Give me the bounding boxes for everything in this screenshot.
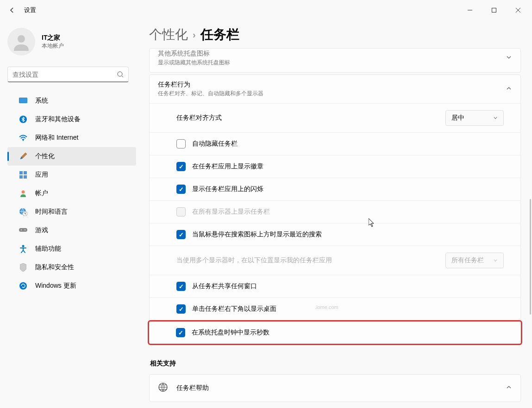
autohide-row[interactable]: 自动隐藏任务栏 [150,132,520,155]
minimize-button[interactable] [460,3,480,17]
tray-card-title: 其他系统托盘图标 [158,49,506,58]
multi-display-value: 所有任务栏 [451,256,484,265]
back-arrow-icon [8,6,16,14]
profile-name: IT之家 [42,34,64,42]
show-seconds-checkbox[interactable] [176,328,185,337]
show-desktop-checkbox[interactable] [176,304,186,314]
svg-point-19 [21,229,22,230]
person-icon [19,189,28,198]
taskbar-help-card[interactable]: 任务栏帮助 [149,374,521,402]
chevron-down-icon [506,54,512,62]
profile-block[interactable]: IT之家 本地帐户 [0,24,136,63]
svg-line-6 [122,76,123,77]
behaviors-header[interactable]: 任务栏行为 任务栏对齐、标记、自动隐藏和多个显示器 [150,75,520,103]
nav-apps[interactable]: 应用 [7,166,136,184]
multi-display-label: 当使用多个显示器时，在以下位置显示我的任务栏应用 [176,256,445,265]
badges-row[interactable]: 在任务栏应用上显示徽章 [150,155,520,178]
flashing-label: 显示任务栏应用上的闪烁 [192,185,512,193]
breadcrumb-parent[interactable]: 个性化 [149,26,188,43]
close-button[interactable] [508,3,528,17]
apps-icon [19,170,28,179]
alignment-row: 任务栏对齐方式 居中 [150,103,520,132]
wifi-icon [19,133,28,142]
badges-checkbox[interactable] [176,162,186,171]
watermark: .iome.com [315,304,338,310]
chevron-up-icon [506,85,512,93]
svg-point-21 [22,245,25,247]
globe-help-icon [158,382,168,394]
all-displays-row: 在所有显示器上显示任务栏 [150,200,520,223]
show-seconds-label: 在系统托盘时钟中显示秒数 [192,328,513,337]
recent-search-checkbox[interactable] [176,230,186,239]
alignment-select[interactable]: 居中 [445,110,504,126]
share-window-checkbox[interactable] [176,282,186,291]
back-button[interactable] [4,2,20,19]
update-icon [19,281,28,291]
behaviors-sub: 任务栏对齐、标记、自动隐藏和多个显示器 [158,90,506,98]
nav-network[interactable]: 网络和 Internet [7,129,136,147]
svg-rect-8 [19,98,27,103]
paintbrush-icon [19,152,28,161]
minimize-icon [468,8,472,12]
nav-label: 蓝牙和其他设备 [35,115,81,124]
window-controls [460,3,528,17]
maximize-button[interactable] [484,3,504,17]
chevron-down-icon [493,258,498,263]
svg-rect-13 [19,175,23,179]
flashing-checkbox[interactable] [176,185,186,194]
nav-personalization[interactable]: 个性化 [7,147,136,166]
nav-label: 隐私和安全性 [35,263,74,272]
share-window-label: 从任务栏共享任何窗口 [192,282,512,291]
multi-display-row: 当使用多个显示器时，在以下位置显示我的任务栏应用 所有任务栏 [150,246,520,275]
alignment-value: 居中 [451,114,464,122]
search-input[interactable] [13,71,117,78]
nav-bluetooth[interactable]: 蓝牙和其他设备 [7,110,136,129]
nav-accessibility[interactable]: 辅助功能 [7,240,136,258]
search-box[interactable] [7,67,129,82]
nav-system[interactable]: 系统 [7,92,136,110]
svg-rect-1 [492,8,496,12]
share-window-row[interactable]: 从任务栏共享任何窗口 [150,275,520,297]
svg-point-10 [23,140,24,141]
nav-accounts[interactable]: 帐户 [7,184,136,203]
tray-icons-card[interactable]: 其他系统托盘图标 显示或隐藏其他系统托盘图标 [149,48,521,73]
person-icon [12,32,31,51]
svg-point-5 [118,72,122,76]
accessibility-icon [19,244,28,253]
all-displays-checkbox [176,207,186,216]
svg-point-20 [25,229,25,230]
autohide-label: 自动隐藏任务栏 [192,140,512,148]
recent-search-row[interactable]: 当鼠标悬停在搜索图标上方时显示最近的搜索 [150,223,520,246]
scrollbar-indicator[interactable] [530,199,531,315]
maximize-icon [492,8,496,12]
autohide-checkbox[interactable] [176,139,186,148]
nav-label: 帐户 [35,189,48,198]
nav-label: 个性化 [35,152,55,161]
nav-label: 时间和语言 [35,208,68,216]
nav-list: 系统 蓝牙和其他设备 网络和 Internet 个性化 应用 帐户 [0,92,136,295]
titlebar: 设置 [0,0,532,20]
nav-label: 应用 [35,171,48,179]
gamepad-icon [19,226,28,235]
sidebar: IT之家 本地帐户 系统 蓝牙和其他设备 网络和 Internet [0,20,144,408]
svg-rect-12 [24,171,27,174]
flashing-row[interactable]: 显示任务栏应用上的闪烁 [150,178,520,200]
nav-time[interactable]: 时间和语言 [7,203,136,221]
search-icon [117,71,124,78]
behaviors-title: 任务栏行为 [158,80,506,89]
show-seconds-row[interactable]: 在系统托盘时钟中显示秒数 [149,321,521,344]
nav-label: 游戏 [35,226,48,235]
badges-label: 在任务栏应用上显示徽章 [192,162,512,171]
nav-update[interactable]: Windows 更新 [7,277,136,295]
chevron-up-icon [506,384,512,392]
svg-rect-18 [19,228,27,232]
highlight-box: 在系统托盘时钟中显示秒数 [148,320,522,345]
svg-point-15 [22,191,25,194]
nav-gaming[interactable]: 游戏 [7,221,136,240]
svg-point-4 [18,35,25,43]
nav-privacy[interactable]: 隐私和安全性 [7,258,136,277]
globe-clock-icon [19,207,28,216]
all-displays-label: 在所有显示器上显示任务栏 [192,208,512,216]
svg-rect-14 [24,175,27,179]
window-title: 设置 [24,6,36,14]
